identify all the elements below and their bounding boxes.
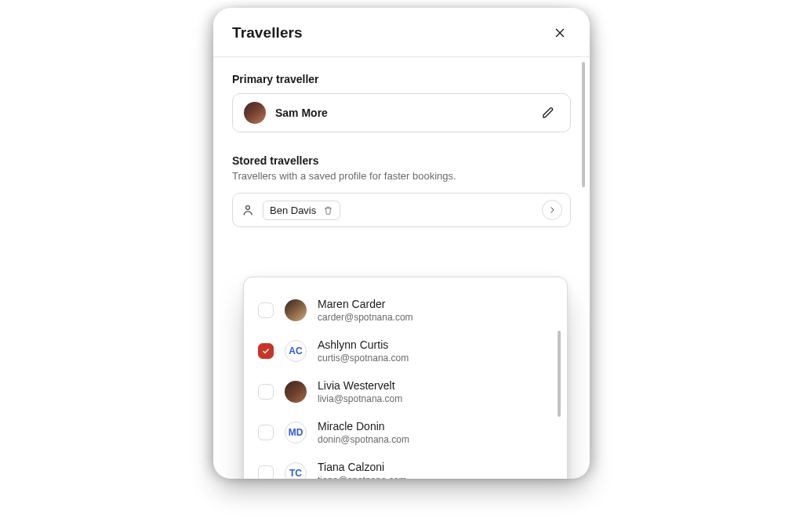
close-button[interactable] xyxy=(549,22,571,44)
modal-header: Travellers xyxy=(213,8,590,57)
primary-traveller-name: Sam More xyxy=(275,107,528,119)
avatar xyxy=(285,299,307,321)
person-info: Ashlynn Curtis curtis@spotnana.com xyxy=(318,338,409,364)
stored-travellers-subtitle: Travellers with a saved profile for fast… xyxy=(232,170,571,182)
submit-search-button[interactable] xyxy=(542,200,562,220)
person-info: Tiana Calzoni tiana@spotnana.com xyxy=(318,461,407,479)
checkbox[interactable] xyxy=(258,302,274,318)
close-icon xyxy=(554,27,566,39)
primary-traveller-row: Sam More xyxy=(232,93,571,132)
remove-chip-button[interactable] xyxy=(322,204,333,215)
trash-icon xyxy=(323,205,333,215)
modal-scrollbar[interactable] xyxy=(582,62,585,451)
checkbox[interactable] xyxy=(258,343,274,359)
chip-name: Ben Davis xyxy=(270,204,316,216)
modal-title: Travellers xyxy=(232,24,303,42)
person-email: donin@spotnana.com xyxy=(318,434,409,445)
person-email: carder@spotnana.com xyxy=(318,312,413,323)
travellers-modal: Travellers Primary traveller Sam More St… xyxy=(213,8,590,479)
avatar: TC xyxy=(285,462,307,479)
modal-body: Primary traveller Sam More Stored travel… xyxy=(213,57,590,465)
person-name: Ashlynn Curtis xyxy=(318,338,409,351)
list-item[interactable]: MD Miracle Donin donin@spotnana.com xyxy=(253,412,558,453)
avatar: AC xyxy=(285,340,307,362)
selected-traveller-chip[interactable]: Ben Davis xyxy=(263,201,340,220)
list-item[interactable]: TC Tiana Calzoni tiana@spotnana.com xyxy=(253,453,558,479)
person-icon xyxy=(241,203,255,217)
person-name: Livia Westervelt xyxy=(318,379,402,392)
stored-travellers-section: Stored travellers Travellers with a save… xyxy=(232,154,571,227)
list-item[interactable]: Maren Carder carder@spotnana.com xyxy=(253,290,558,331)
list-item[interactable]: AC Ashlynn Curtis curtis@spotnana.com xyxy=(253,331,558,371)
person-name: Tiana Calzoni xyxy=(318,461,407,473)
person-info: Livia Westervelt livia@spotnana.com xyxy=(318,379,402,404)
list-item[interactable]: Livia Westervelt livia@spotnana.com xyxy=(253,371,558,412)
person-name: Miracle Donin xyxy=(318,420,409,432)
chevron-right-icon xyxy=(547,205,557,215)
person-email: tiana@spotnana.com xyxy=(318,475,407,479)
svg-point-2 xyxy=(246,206,250,210)
person-name: Maren Carder xyxy=(318,298,413,310)
stored-travellers-label: Stored travellers xyxy=(232,154,571,167)
checkbox[interactable] xyxy=(258,465,274,479)
stored-search-row[interactable]: Ben Davis xyxy=(232,193,571,227)
checkbox[interactable] xyxy=(258,425,274,440)
person-info: Maren Carder carder@spotnana.com xyxy=(318,298,413,323)
avatar xyxy=(285,381,307,403)
avatar xyxy=(244,102,266,124)
suggestions-dropdown: Maren Carder carder@spotnana.com AC Ashl… xyxy=(243,277,568,479)
avatar: MD xyxy=(285,422,307,443)
person-info: Miracle Donin donin@spotnana.com xyxy=(318,420,409,445)
dropdown-scrollbar[interactable] xyxy=(558,331,561,417)
checkbox[interactable] xyxy=(258,384,274,400)
person-email: livia@spotnana.com xyxy=(318,393,402,404)
primary-traveller-label: Primary traveller xyxy=(232,73,571,85)
person-email: curtis@spotnana.com xyxy=(318,353,409,364)
stage: Travellers Primary traveller Sam More St… xyxy=(0,0,803,532)
edit-primary-button[interactable] xyxy=(537,102,559,124)
check-icon xyxy=(261,346,271,356)
suggestions-list: Maren Carder carder@spotnana.com AC Ashl… xyxy=(253,290,558,479)
pencil-icon xyxy=(542,107,554,119)
